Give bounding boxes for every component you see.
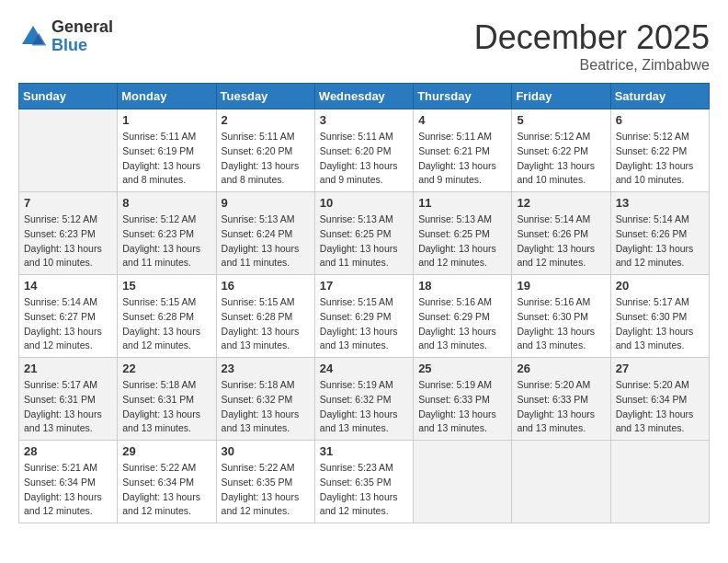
calendar-cell: 17Sunrise: 5:15 AMSunset: 6:29 PMDayligh… (314, 275, 413, 358)
day-info: Sunrise: 5:18 AMSunset: 6:32 PMDaylight:… (222, 378, 310, 436)
day-info: Sunrise: 5:17 AMSunset: 6:30 PMDaylight:… (616, 295, 704, 353)
day-info: Sunrise: 5:16 AMSunset: 6:29 PMDaylight:… (418, 295, 506, 353)
day-info: Sunrise: 5:13 AMSunset: 6:25 PMDaylight:… (418, 213, 506, 270)
calendar-week-row: 7Sunrise: 5:12 AMSunset: 6:23 PMDaylight… (19, 192, 710, 275)
day-info: Sunrise: 5:13 AMSunset: 6:25 PMDaylight:… (320, 213, 408, 270)
calendar-cell: 9Sunrise: 5:13 AMSunset: 6:24 PMDaylight… (216, 192, 314, 275)
title-block: December 2025 Beatrice, Zimbabwe (474, 18, 710, 74)
calendar-week-row: 1Sunrise: 5:11 AMSunset: 6:19 PMDaylight… (19, 109, 710, 192)
calendar-cell: 22Sunrise: 5:18 AMSunset: 6:31 PMDayligh… (118, 358, 216, 441)
calendar-cell: 29Sunrise: 5:22 AMSunset: 6:34 PMDayligh… (118, 441, 216, 523)
day-info: Sunrise: 5:11 AMSunset: 6:20 PMDaylight:… (320, 130, 408, 188)
calendar-cell (610, 441, 709, 523)
weekday-header: Thursday (414, 84, 512, 109)
day-info: Sunrise: 5:12 AMSunset: 6:22 PMDaylight:… (616, 130, 704, 188)
calendar-cell: 15Sunrise: 5:15 AMSunset: 6:28 PMDayligh… (118, 275, 216, 358)
calendar-cell: 10Sunrise: 5:13 AMSunset: 6:25 PMDayligh… (314, 192, 413, 275)
calendar-cell: 8Sunrise: 5:12 AMSunset: 6:23 PMDaylight… (118, 192, 216, 275)
day-info: Sunrise: 5:11 AMSunset: 6:21 PMDaylight:… (418, 130, 506, 188)
day-info: Sunrise: 5:11 AMSunset: 6:19 PMDaylight:… (122, 130, 210, 188)
calendar-cell (414, 441, 512, 523)
weekday-header: Monday (118, 84, 216, 109)
calendar-cell: 13Sunrise: 5:14 AMSunset: 6:26 PMDayligh… (610, 192, 709, 275)
day-info: Sunrise: 5:14 AMSunset: 6:26 PMDaylight:… (517, 213, 605, 270)
day-info: Sunrise: 5:19 AMSunset: 6:32 PMDaylight:… (320, 378, 408, 436)
day-number: 23 (222, 362, 310, 375)
weekday-header: Friday (512, 84, 610, 109)
calendar-cell (19, 109, 118, 192)
day-info: Sunrise: 5:14 AMSunset: 6:27 PMDaylight:… (24, 295, 112, 353)
day-number: 8 (122, 196, 210, 210)
day-info: Sunrise: 5:22 AMSunset: 6:35 PMDaylight:… (222, 461, 310, 519)
day-info: Sunrise: 5:16 AMSunset: 6:30 PMDaylight:… (517, 295, 605, 353)
calendar-cell: 1Sunrise: 5:11 AMSunset: 6:19 PMDaylight… (118, 109, 216, 192)
day-number: 3 (320, 113, 408, 127)
day-info: Sunrise: 5:15 AMSunset: 6:29 PMDaylight:… (320, 295, 408, 353)
day-number: 13 (616, 196, 704, 210)
day-number: 15 (122, 279, 210, 293)
day-info: Sunrise: 5:15 AMSunset: 6:28 PMDaylight:… (222, 295, 310, 353)
day-info: Sunrise: 5:12 AMSunset: 6:22 PMDaylight:… (517, 130, 605, 188)
day-info: Sunrise: 5:21 AMSunset: 6:34 PMDaylight:… (24, 461, 112, 519)
day-info: Sunrise: 5:18 AMSunset: 6:31 PMDaylight:… (122, 378, 210, 436)
day-info: Sunrise: 5:12 AMSunset: 6:23 PMDaylight:… (122, 213, 210, 270)
calendar-cell: 25Sunrise: 5:19 AMSunset: 6:33 PMDayligh… (414, 358, 512, 441)
day-number: 11 (418, 196, 506, 210)
logo-text: General Blue (51, 18, 113, 55)
weekday-header: Sunday (19, 84, 118, 109)
logo-blue: Blue (51, 37, 113, 55)
day-info: Sunrise: 5:12 AMSunset: 6:23 PMDaylight:… (24, 213, 112, 270)
day-number: 6 (616, 113, 704, 127)
logo: General Blue (18, 18, 113, 55)
weekday-header: Saturday (610, 84, 709, 109)
calendar-cell: 23Sunrise: 5:18 AMSunset: 6:32 PMDayligh… (216, 358, 314, 441)
day-number: 1 (122, 113, 210, 127)
day-number: 14 (24, 279, 112, 293)
logo-icon (18, 22, 48, 52)
calendar-week-row: 28Sunrise: 5:21 AMSunset: 6:34 PMDayligh… (19, 441, 710, 523)
day-info: Sunrise: 5:19 AMSunset: 6:33 PMDaylight:… (418, 378, 506, 436)
day-number: 12 (517, 196, 605, 210)
day-number: 26 (517, 362, 605, 375)
calendar-week-row: 21Sunrise: 5:17 AMSunset: 6:31 PMDayligh… (19, 358, 710, 441)
calendar-cell: 5Sunrise: 5:12 AMSunset: 6:22 PMDaylight… (512, 109, 610, 192)
day-number: 19 (517, 279, 605, 293)
calendar-cell: 2Sunrise: 5:11 AMSunset: 6:20 PMDaylight… (216, 109, 314, 192)
day-info: Sunrise: 5:20 AMSunset: 6:33 PMDaylight:… (517, 378, 605, 436)
calendar-cell: 26Sunrise: 5:20 AMSunset: 6:33 PMDayligh… (512, 358, 610, 441)
day-info: Sunrise: 5:17 AMSunset: 6:31 PMDaylight:… (24, 378, 112, 436)
weekday-header: Tuesday (216, 84, 314, 109)
title-month: December 2025 (474, 18, 710, 57)
calendar-cell: 4Sunrise: 5:11 AMSunset: 6:21 PMDaylight… (414, 109, 512, 192)
calendar-cell: 14Sunrise: 5:14 AMSunset: 6:27 PMDayligh… (19, 275, 118, 358)
weekday-header: Wednesday (314, 84, 413, 109)
day-number: 27 (616, 362, 704, 375)
day-info: Sunrise: 5:22 AMSunset: 6:34 PMDaylight:… (122, 461, 210, 519)
day-number: 2 (222, 113, 310, 127)
calendar-cell (512, 441, 610, 523)
calendar-cell: 21Sunrise: 5:17 AMSunset: 6:31 PMDayligh… (19, 358, 118, 441)
calendar-cell: 30Sunrise: 5:22 AMSunset: 6:35 PMDayligh… (216, 441, 314, 523)
day-number: 28 (24, 444, 112, 458)
day-number: 10 (320, 196, 408, 210)
day-info: Sunrise: 5:15 AMSunset: 6:28 PMDaylight:… (122, 295, 210, 353)
day-number: 7 (24, 196, 112, 210)
calendar-cell: 28Sunrise: 5:21 AMSunset: 6:34 PMDayligh… (19, 441, 118, 523)
day-number: 30 (222, 444, 310, 458)
calendar-cell: 27Sunrise: 5:20 AMSunset: 6:34 PMDayligh… (610, 358, 709, 441)
day-number: 17 (320, 279, 408, 293)
calendar-cell: 18Sunrise: 5:16 AMSunset: 6:29 PMDayligh… (414, 275, 512, 358)
day-number: 5 (517, 113, 605, 127)
calendar-cell: 6Sunrise: 5:12 AMSunset: 6:22 PMDaylight… (610, 109, 709, 192)
calendar-week-row: 14Sunrise: 5:14 AMSunset: 6:27 PMDayligh… (19, 275, 710, 358)
day-number: 22 (122, 362, 210, 375)
calendar-table: SundayMondayTuesdayWednesdayThursdayFrid… (18, 83, 710, 523)
title-location: Beatrice, Zimbabwe (474, 57, 710, 74)
calendar-cell: 20Sunrise: 5:17 AMSunset: 6:30 PMDayligh… (610, 275, 709, 358)
day-info: Sunrise: 5:23 AMSunset: 6:35 PMDaylight:… (320, 461, 408, 519)
calendar-cell: 19Sunrise: 5:16 AMSunset: 6:30 PMDayligh… (512, 275, 610, 358)
calendar-cell: 12Sunrise: 5:14 AMSunset: 6:26 PMDayligh… (512, 192, 610, 275)
day-number: 16 (222, 279, 310, 293)
day-number: 4 (418, 113, 506, 127)
calendar-cell: 3Sunrise: 5:11 AMSunset: 6:20 PMDaylight… (314, 109, 413, 192)
